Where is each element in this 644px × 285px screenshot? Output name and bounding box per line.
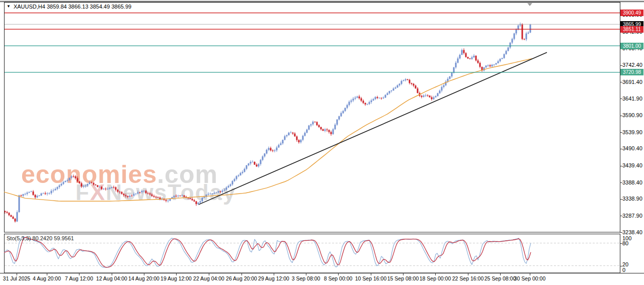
candle-bullish	[383, 98, 384, 98]
candle-bullish	[504, 54, 505, 58]
candle-bullish	[514, 34, 515, 39]
candle-bullish	[238, 175, 239, 176]
candle-bullish	[310, 124, 312, 125]
candle-bullish	[230, 184, 231, 186]
candle-bearish	[153, 196, 155, 197]
candle-bullish	[222, 191, 223, 192]
candle-bearish	[127, 196, 129, 197]
candle-bullish	[210, 194, 211, 195]
trend-line[interactable]	[199, 52, 547, 205]
candle-bullish	[168, 201, 169, 201]
candle-bullish	[347, 105, 348, 108]
candle-bullish	[391, 90, 392, 91]
candle-bullish	[200, 201, 201, 203]
candle-bearish	[192, 199, 193, 201]
candle-bullish	[107, 188, 109, 189]
candle-bearish	[294, 134, 296, 137]
candle-bullish	[345, 108, 346, 111]
time-axis-label: 31 Jul 2025	[3, 275, 30, 281]
candle-bearish	[125, 195, 127, 196]
candle-bullish	[268, 148, 270, 150]
candle-bullish	[286, 135, 288, 136]
price-chart-canvas[interactable]	[0, 0, 644, 285]
candle-bullish	[55, 189, 56, 191]
candle-bullish	[242, 172, 244, 173]
candle-bullish	[232, 181, 233, 184]
candle-bearish	[155, 197, 157, 198]
candle-bearish	[73, 176, 74, 177]
candle-bullish	[288, 133, 290, 135]
candle-bullish	[262, 156, 264, 160]
candle-bearish	[256, 165, 258, 166]
candle-bearish	[465, 53, 467, 57]
time-axis-label: 25 Sep 08:00	[485, 275, 516, 281]
price-axis-tick-mark	[620, 65, 622, 66]
candle-bearish	[91, 182, 93, 183]
chart-shift-marker-icon[interactable]	[527, 3, 532, 6]
time-axis-label: 29 Aug 12:00	[258, 275, 289, 281]
candle-bullish	[216, 193, 217, 193]
price-axis-tick-mark	[620, 232, 622, 233]
sto-axis-label: 0	[622, 267, 625, 273]
candle-bullish	[47, 194, 48, 194]
support-price-label: 3720.98	[620, 69, 643, 75]
candle-bullish	[135, 194, 137, 194]
price-axis-tick: 3742.40	[622, 62, 642, 68]
candle-bearish	[409, 80, 411, 83]
candle-bearish	[81, 183, 83, 186]
candle-bearish	[316, 122, 318, 125]
candle-bullish	[129, 196, 131, 197]
candle-bearish	[407, 79, 409, 80]
candle-bullish	[510, 43, 511, 48]
candle-bullish	[99, 187, 101, 187]
price-axis-tick-mark	[620, 116, 622, 116]
candle-bullish	[528, 33, 529, 34]
candle-bearish	[180, 196, 181, 196]
candle-bearish	[11, 215, 12, 217]
candle-bearish	[359, 97, 360, 99]
candle-bullish	[59, 185, 60, 187]
candle-bearish	[147, 193, 149, 194]
price-axis-tick-mark	[620, 149, 622, 149]
candle-bearish	[77, 178, 78, 181]
candle-bullish	[244, 169, 246, 172]
candle-bullish	[282, 140, 284, 143]
candle-bullish	[37, 196, 38, 198]
candle-bullish	[67, 180, 68, 181]
candle-bullish	[498, 61, 499, 63]
candle-bearish	[363, 101, 364, 103]
candle-bullish	[69, 178, 70, 180]
candle-bullish	[85, 185, 87, 186]
candle-bullish	[387, 93, 388, 95]
candle-bearish	[296, 136, 298, 140]
candle-bullish	[395, 87, 396, 88]
candle-bullish	[530, 24, 531, 32]
candle-bearish	[105, 188, 107, 189]
price-axis-tick: 3590.90	[622, 113, 642, 118]
moving-average-line[interactable]	[4, 59, 532, 202]
candle-bullish	[379, 98, 380, 99]
candle-bullish	[53, 191, 54, 191]
candle-bearish	[429, 96, 431, 97]
candle-bearish	[196, 201, 197, 204]
candle-bearish	[15, 219, 16, 222]
main-chart-frame	[5, 3, 620, 233]
candle-bullish	[473, 56, 475, 57]
candle-bullish	[25, 194, 26, 195]
candle-bearish	[149, 194, 151, 195]
candle-bullish	[526, 34, 527, 40]
candle-bullish	[471, 57, 473, 59]
candle-bullish	[258, 164, 260, 166]
candle-bullish	[236, 176, 237, 179]
candle-bearish	[220, 192, 221, 192]
candle-bullish	[403, 80, 405, 81]
candle-bearish	[361, 99, 362, 101]
candle-bearish	[475, 56, 477, 60]
time-axis-label: 22 Aug 04:00	[193, 275, 224, 281]
candle-bullish	[461, 50, 463, 55]
time-axis-label: 12 Aug 04:00	[96, 275, 127, 281]
candle-bearish	[115, 187, 117, 189]
sto-axis-label: 80	[622, 241, 628, 246]
candle-bullish	[304, 133, 306, 136]
support-price-label: 3801.00	[620, 43, 643, 49]
